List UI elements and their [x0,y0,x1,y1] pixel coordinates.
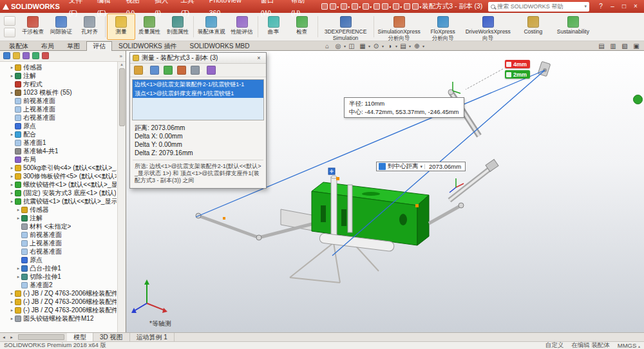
sustainability-button[interactable]: Sustainability [553,14,593,40]
tree-item[interactable]: ▸切除-拉伸1 [1,272,117,281]
expand-arrow-icon[interactable]: ▸ [15,266,21,271]
tab-scroll-left-icon[interactable]: ◂ [0,335,8,340]
scroll-up-icon[interactable]: ▴ [120,62,123,67]
assembly-tools-button-2[interactable] [4,28,15,37]
measurement-history-button[interactable] [205,65,217,76]
section-properties-button[interactable]: 剖面属性 [164,14,192,40]
search-scope-caret-icon[interactable]: ▾ [584,4,587,9]
display-style-icon[interactable]: ◑ [384,42,395,51]
measure-selection-list[interactable]: 边线<1>@抗震支架装配件2-1/抗震铰链1-1顶点<1>@抗震斜撑支座件1/抗… [132,79,264,120]
graphics-area[interactable]: 测量 - 装配方式3 - 副本 (3) × ▾▾ 边线<1>@抗震支架装配件2-… [126,51,644,332]
featuremanager-tab[interactable] [3,52,10,61]
save-icon[interactable]: ▾ [341,3,350,10]
tree-item[interactable]: ▸(-) JB / ZQ 4763-2006螺栓装配件M12 [1,306,117,314]
tree-item[interactable]: ▸(固定) 安装方式3 底座<1> (默认) [1,189,117,197]
commandmanager-tab-2[interactable]: 布局 [35,41,61,50]
commandmanager-tab-6[interactable]: SOLIDWORKS MBD [184,41,256,50]
caret-icon[interactable]: ▾ [409,44,411,48]
projection-button[interactable]: ▾ [189,65,204,76]
expand-arrow-icon[interactable]: ▸ [9,65,15,70]
clearance-verification-button[interactable]: 间隙验证 [47,14,75,40]
caret-icon[interactable]: ▾ [368,44,370,48]
file-properties-icon[interactable] [404,3,410,10]
minimize-button[interactable]: – [607,0,618,13]
new-document-icon[interactable] [321,3,328,10]
check-button[interactable]: 检查 [288,14,316,40]
hole-alignment-button[interactable]: 孔对齐 [75,14,104,40]
tree-item[interactable]: 基准轴4-共1 [1,147,117,155]
tree-item[interactable]: ▸(-) JB / ZQ 4763-2006螺栓装配件M12 [1,297,117,306]
dimxpertmanager-tab[interactable] [32,52,39,61]
point-to-point-button[interactable] [176,65,187,76]
tree-item[interactable]: ▸注解 [1,214,117,222]
tree-item[interactable]: 基准面1 [1,138,117,147]
tree-item[interactable]: 布局 [1,155,117,164]
expand-arrow-icon[interactable]: ▸ [9,90,15,95]
customize-link[interactable]: 自定义 [545,341,564,349]
curvature-button[interactable]: 曲率 [260,14,288,40]
maximize-button[interactable]: □ [618,0,630,13]
units-precision-button[interactable] [149,65,160,76]
tree-item[interactable]: 基准面2 [1,281,117,289]
taskpane-library-icon[interactable]: ▥ [608,42,618,51]
selection-row[interactable]: 边线<1>@抗震支架装配件2-1/抗震铰链1-1 [133,80,263,89]
tree-item[interactable]: ▸圆头铰链螺栓装配件M12 [1,314,117,323]
configurationmanager-tab[interactable] [23,52,30,61]
simulation-connector-button[interactable]: 3DEXPERIENCE Simulation Connector [319,14,372,40]
expand-arrow-icon[interactable]: ▸ [9,73,15,79]
floxpress-button[interactable]: FloXpress 分析向导 [423,14,463,40]
print-icon[interactable]: ▾ [352,3,361,10]
tree-item[interactable]: 右视基准面 [1,247,117,256]
interference-detection-button[interactable]: 干涉检查 [19,14,47,40]
right-linkage-arm[interactable] [429,203,464,223]
tree-item[interactable]: 材料 <未指定> [1,222,117,231]
redo-icon[interactable] [374,3,380,10]
tree-item[interactable]: 上视基准面 [1,105,117,113]
help-search-input[interactable] [497,3,582,10]
tab-scroll-right-icon[interactable]: ▸ [8,335,15,340]
dimension-callout[interactable]: 到中心距离 ▾ 2073.06mm [376,162,466,171]
tree-item[interactable]: 原点 [1,256,117,264]
costing-button[interactable]: Costing [513,14,553,40]
expand-panel-icon[interactable]: » [120,53,122,59]
zoom-fit-icon[interactable]: ⌂ [322,42,332,51]
viewport-flyout-button[interactable] [633,95,643,104]
help-button[interactable]: ? [595,0,607,13]
tree-item[interactable]: ▸注解 [1,71,117,80]
caret-icon[interactable]: ▾ [395,44,397,48]
undo-icon[interactable]: ▾ [363,3,372,10]
expand-arrow-icon[interactable]: ▸ [9,182,15,187]
tree-item[interactable]: ▸300修饰板铰件<5> (默认<<默认>_显示... [1,172,117,180]
tree-item[interactable]: ▸1023 模板件 (55) [1,88,117,97]
expand-arrow-icon[interactable]: ▸ [15,216,21,221]
tree-item[interactable]: ▸(-) JB / ZQ 4763-2006螺栓装配件M12 [1,289,117,297]
caret-icon[interactable]: ▾ [344,44,346,48]
options-icon[interactable]: ▾ [412,3,421,10]
expand-arrow-icon[interactable]: ▸ [15,274,21,279]
expand-arrow-icon[interactable]: ▸ [9,132,15,137]
commandmanager-tab-1[interactable]: 装配体 [3,41,35,50]
driveworksxpress-button[interactable]: DriveWorksXpress 向导 [463,14,513,40]
hide-show-items-icon[interactable]: ▤ [398,42,408,51]
previous-view-icon[interactable]: ◫ [346,42,357,51]
bottom-tab-1[interactable]: 模型 [67,333,93,341]
tree-item[interactable]: 前视基准面 [1,97,117,105]
view-orientation-icon[interactable]: ⊙ [371,42,381,51]
appearance-icon[interactable]: ⊕ [412,42,422,51]
expand-arrow-icon[interactable]: ▸ [9,199,15,204]
displaymanager-tab[interactable] [42,52,49,61]
expand-arrow-icon[interactable]: ▸ [9,316,15,321]
help-search-box[interactable]: ▾ [488,2,589,12]
select-icon[interactable]: ▾ [382,3,391,10]
selection-row[interactable]: 顶点<1>@抗震斜撑支座件1/抗震铰链1 [133,89,263,98]
expand-arrow-icon[interactable]: ▸ [9,299,15,305]
tree-item[interactable]: ▸传感器 [1,63,117,71]
tree-item[interactable]: 方程式 [1,80,117,88]
expand-arrow-icon[interactable]: ▸ [9,174,15,179]
zoom-area-icon[interactable]: ◎ [333,42,343,51]
assembly-tools-button-1[interactable] [4,16,15,26]
bottom-tab-2[interactable]: 3D 视图 [93,333,130,341]
assembly-visualization-button[interactable]: 装配体直观 [195,14,228,40]
expand-arrow-icon[interactable]: ▸ [9,165,15,171]
tree-item[interactable]: 原点 [1,122,117,130]
